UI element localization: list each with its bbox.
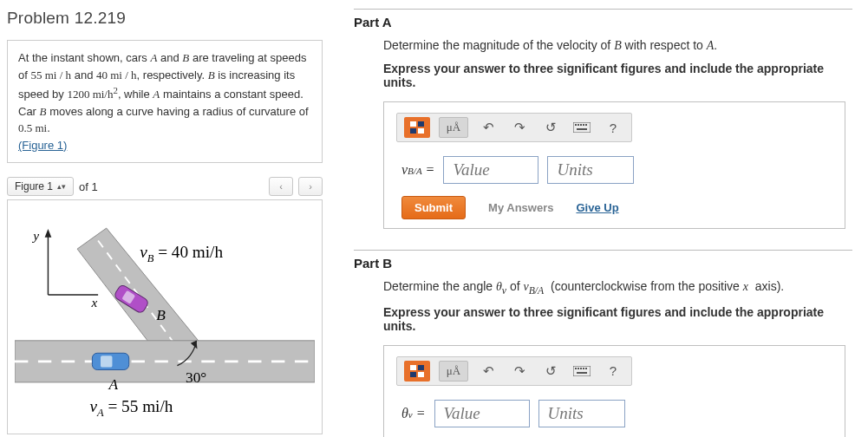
svg-rect-11: [418, 121, 424, 127]
figure-next-button[interactable]: ›: [298, 177, 323, 196]
svg-rect-27: [578, 368, 579, 369]
figure-prev-button[interactable]: ‹: [269, 177, 293, 196]
toolbar-b: μÅ ↶ ↷ ↺ ?: [396, 356, 632, 386]
figure-selector-bar: Figure 1 ▴▾ of 1 ‹ ›: [7, 177, 323, 196]
redo-icon[interactable]: ↷: [508, 362, 531, 381]
units-button[interactable]: μÅ: [439, 117, 468, 138]
svg-rect-12: [410, 128, 416, 134]
svg-rect-30: [585, 368, 587, 369]
svg-rect-23: [410, 372, 416, 377]
figure-of-text: of 1: [79, 180, 98, 193]
part-b-units-input[interactable]: [538, 400, 625, 427]
problem-statement: At the instant shown, cars A and B are t…: [18, 51, 309, 134]
car-a-label: A: [108, 376, 119, 393]
angle-label: 30°: [186, 369, 206, 386]
part-b-question: Determine the angle θv of vB/A (counterc…: [383, 279, 852, 297]
part-b-instruction: Express your answer to three significant…: [383, 305, 852, 333]
svg-rect-25: [573, 366, 591, 376]
part-a-lhs: vB/A =: [401, 162, 434, 178]
part-a-title: Part A: [354, 15, 852, 29]
keyboard-icon[interactable]: [571, 362, 593, 381]
car-b-label: B: [156, 307, 166, 323]
svg-rect-8: [101, 355, 112, 367]
keyboard-icon[interactable]: [571, 118, 593, 137]
svg-rect-10: [410, 121, 416, 127]
part-a-my-answers[interactable]: My Answers: [488, 201, 553, 214]
part-b-value-input[interactable]: [434, 400, 530, 427]
undo-icon[interactable]: ↶: [477, 362, 499, 381]
part-a-giveup-link[interactable]: Give Up: [576, 201, 618, 214]
svg-rect-18: [583, 124, 584, 126]
part-a-submit-button[interactable]: Submit: [401, 196, 466, 219]
undo-icon[interactable]: ↶: [477, 118, 499, 137]
template-picker-icon[interactable]: [404, 361, 430, 382]
svg-rect-22: [418, 365, 424, 370]
help-icon[interactable]: ?: [602, 118, 624, 137]
vb-label: vB = 40 mi/h: [140, 243, 223, 264]
part-a-value-input[interactable]: [443, 156, 538, 184]
part-a-units-input[interactable]: [547, 156, 634, 184]
svg-rect-14: [573, 122, 591, 133]
problem-title: Problem 12.219: [7, 9, 323, 28]
svg-rect-16: [578, 124, 579, 126]
axis-y-label: y: [31, 229, 39, 244]
svg-rect-21: [410, 365, 416, 370]
part-b-title: Part B: [354, 256, 852, 271]
part-b-answer-box: μÅ ↶ ↷ ↺ ? θv = Submit My Answers Give U…: [383, 345, 845, 437]
toolbar-a: μÅ ↶ ↷ ↺ ?: [396, 113, 632, 142]
part-a-answer-box: μÅ ↶ ↷ ↺ ? vB/A = Submit My Answers Give…: [383, 101, 845, 229]
figure-selector[interactable]: Figure 1 ▴▾: [7, 177, 74, 196]
figure-selector-label: Figure 1: [15, 180, 53, 192]
reset-icon[interactable]: ↺: [539, 362, 562, 381]
svg-marker-2: [45, 229, 52, 238]
chevron-updown-icon: ▴▾: [57, 182, 66, 191]
svg-rect-28: [580, 368, 582, 369]
units-button[interactable]: μÅ: [439, 361, 468, 382]
svg-rect-15: [575, 124, 577, 126]
axis-x-label: x: [90, 296, 97, 310]
part-a-question: Determine the magnitude of the velocity …: [383, 38, 852, 53]
part-a-instruction: Express your answer to three significant…: [383, 62, 852, 89]
redo-icon[interactable]: ↷: [508, 118, 531, 137]
svg-rect-26: [575, 368, 577, 369]
reset-icon[interactable]: ↺: [539, 118, 562, 137]
svg-rect-20: [577, 128, 587, 130]
figure-canvas: y x B: [7, 199, 323, 434]
svg-rect-19: [585, 124, 587, 126]
svg-rect-17: [580, 124, 582, 126]
help-icon[interactable]: ?: [602, 362, 624, 381]
figure-link[interactable]: (Figure 1): [18, 139, 67, 152]
problem-statement-box: At the instant shown, cars A and B are t…: [7, 40, 323, 163]
part-b-lhs: θv =: [401, 406, 426, 421]
va-label: vA = 55 mi/h: [89, 397, 173, 419]
svg-rect-13: [418, 128, 424, 134]
svg-rect-29: [583, 368, 584, 369]
template-picker-icon[interactable]: [404, 117, 430, 138]
svg-rect-24: [418, 372, 424, 377]
svg-rect-31: [577, 372, 587, 374]
